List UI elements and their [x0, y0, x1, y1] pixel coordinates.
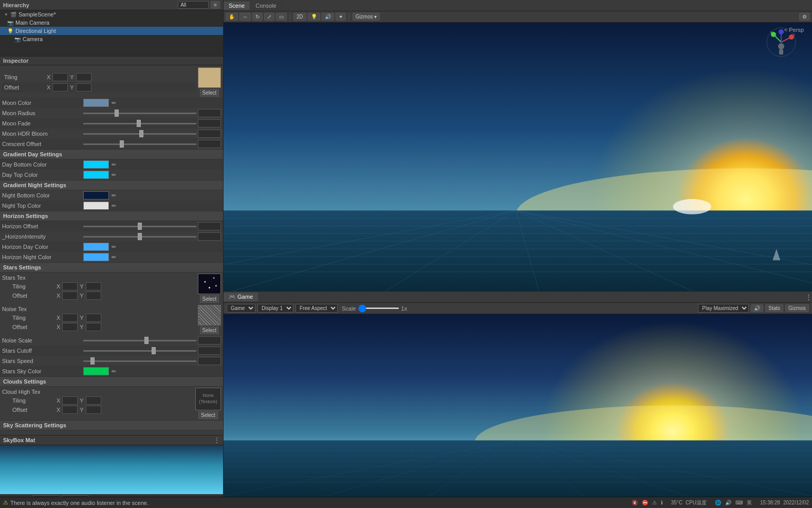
- cloud-offset-xy: X 0 Y 0: [57, 406, 101, 414]
- hierarchy-menu-btn[interactable]: ≡: [211, 1, 220, 9]
- stars-cutoff-input[interactable]: 0.627: [198, 347, 221, 355]
- offset-x-input[interactable]: 0: [52, 83, 68, 92]
- day-bottom-edit[interactable]: ✏: [110, 161, 117, 168]
- scene-gizmo[interactable]: X Y: [766, 27, 797, 58]
- night-bottom-swatch[interactable]: [83, 191, 109, 199]
- night-top-edit[interactable]: ✏: [110, 203, 117, 209]
- stars-speed-slider[interactable]: [83, 360, 196, 362]
- noise-select-btn[interactable]: Select: [200, 326, 219, 334]
- cloud-select-btn[interactable]: Select: [198, 411, 218, 419]
- horizon-night-swatch[interactable]: [83, 253, 109, 261]
- horizon-intensity-input[interactable]: 5: [198, 232, 221, 241]
- light-icon: 💡: [7, 28, 13, 34]
- cpu-label: CPU温度: [686, 499, 707, 506]
- noise-tiling-y[interactable]: 1: [86, 314, 101, 322]
- skybox-mat-menu[interactable]: ⋮: [214, 437, 220, 444]
- select-btn[interactable]: Select: [200, 89, 219, 97]
- moon-color-edit[interactable]: ✏: [110, 100, 117, 106]
- day-top-edit[interactable]: ✏: [110, 172, 117, 178]
- stats-btn[interactable]: Stats: [765, 304, 783, 312]
- skybox-mat-panel: SkyBox Mat ⋮ AssetBundle None None ⌄: [0, 435, 223, 497]
- tiling-y-input[interactable]: 1: [76, 73, 91, 81]
- tiling-x-input[interactable]: 1: [52, 73, 68, 81]
- hierarchy-item-samplescene[interactable]: ▼ 🎬 SampleScene*: [0, 10, 223, 19]
- game-toolbar: Game Display 1 Free Aspect Scale 1x Play…: [224, 303, 812, 314]
- stars-sky-edit[interactable]: ✏: [110, 368, 117, 375]
- hierarchy-item-camera[interactable]: 📷 Camera: [0, 35, 223, 43]
- cloud-offset-x[interactable]: 0: [62, 406, 78, 414]
- tab-console[interactable]: Console: [250, 2, 282, 10]
- crescent-input[interactable]: -0.33: [198, 140, 221, 148]
- horizon-offset-input[interactable]: 0: [198, 222, 221, 230]
- moon-hdr-input[interactable]: 2.56: [198, 130, 221, 138]
- moon-radius-slider[interactable]: [83, 113, 196, 114]
- stars-cutoff-slider-container: 0.627: [83, 347, 221, 355]
- offset-y-input[interactable]: 0: [76, 83, 91, 92]
- scene-settings-btn[interactable]: ⚙: [799, 13, 810, 21]
- top-tex-preview: [198, 67, 221, 88]
- stars-tiling-y[interactable]: 1: [86, 282, 101, 291]
- moon-fade-slider[interactable]: [83, 123, 196, 124]
- tab-game[interactable]: 🎮 Game: [224, 293, 258, 301]
- play-select[interactable]: Play Maximized: [698, 304, 749, 313]
- moon-radius-slider-container: 0.29: [83, 109, 221, 117]
- tiling-xy: X 1 Y 1: [47, 73, 91, 81]
- scene-move-btn[interactable]: ↔: [239, 13, 251, 21]
- stars-offset-y[interactable]: 0: [86, 292, 101, 300]
- moon-hdr-slider[interactable]: [83, 133, 196, 135]
- tab-scene[interactable]: Scene: [224, 2, 250, 10]
- moon-fade-input[interactable]: 0.49: [198, 119, 221, 128]
- scene-audio-btn[interactable]: 🔊: [322, 13, 334, 21]
- horizon-day-swatch[interactable]: [83, 243, 109, 251]
- stars-speed-label: Stars Speed: [2, 358, 82, 364]
- game-select[interactable]: Game: [227, 304, 255, 313]
- gizmos-game-btn[interactable]: Gizmos: [785, 304, 809, 312]
- cloud-tiling-y[interactable]: 1: [86, 396, 101, 405]
- scene-light-btn[interactable]: 💡: [308, 13, 320, 21]
- cloud-offset-y[interactable]: 0: [86, 406, 101, 414]
- stars-tiling-x[interactable]: 1: [62, 282, 78, 291]
- moon-color-swatch[interactable]: [83, 99, 109, 107]
- stars-sky-swatch[interactable]: [83, 367, 109, 375]
- horizon-offset-slider[interactable]: [83, 226, 196, 227]
- noise-scale-slider[interactable]: [83, 340, 196, 341]
- scene-viewport: < Persp X Y: [224, 23, 812, 291]
- scene-fx-btn[interactable]: ✦: [336, 13, 346, 21]
- scene-rotate-btn[interactable]: ↻: [252, 13, 263, 21]
- noise-offset-y[interactable]: 0: [86, 323, 101, 331]
- noise-tiling-x[interactable]: 1: [62, 314, 78, 322]
- horizon-day-edit[interactable]: ✏: [110, 244, 117, 250]
- horizon-offset-slider-container: 0: [83, 222, 221, 230]
- day-top-swatch[interactable]: [83, 171, 109, 179]
- crescent-slider[interactable]: [83, 143, 196, 145]
- display-select[interactable]: Display 1: [257, 304, 293, 313]
- cloud-tiling-xy: X 1 Y 1: [57, 396, 101, 405]
- scene-2d-btn[interactable]: 2D: [293, 13, 306, 21]
- noise-tex-row: Noise Tex Tiling X 1 Y 1 Offset: [0, 304, 223, 335]
- scale-slider[interactable]: [358, 307, 399, 309]
- noise-scale-input[interactable]: 0.559: [198, 336, 221, 344]
- stars-offset-x[interactable]: 0: [62, 292, 78, 300]
- night-top-swatch[interactable]: [83, 202, 109, 210]
- game-menu-btn[interactable]: ⋮: [805, 293, 812, 301]
- horizon-header: Horizon Settings: [0, 211, 223, 221]
- hierarchy-item-directional-light[interactable]: 💡 Directional Light: [0, 27, 223, 35]
- scene-scale-btn[interactable]: ⤢: [264, 13, 274, 21]
- scene-hand-btn[interactable]: ✋: [226, 13, 238, 21]
- stars-select-btn[interactable]: Select: [200, 295, 219, 303]
- horizon-intensity-slider[interactable]: [83, 236, 196, 238]
- moon-radius-input[interactable]: 0.29: [198, 109, 221, 117]
- scene-rect-btn[interactable]: ▭: [276, 13, 287, 21]
- stars-speed-input[interactable]: 0.067: [198, 357, 221, 365]
- noise-offset-x[interactable]: 0: [62, 323, 78, 331]
- day-bottom-swatch[interactable]: [83, 160, 109, 169]
- stars-cutoff-slider[interactable]: [83, 350, 196, 352]
- horizon-night-edit[interactable]: ✏: [110, 254, 117, 261]
- night-bottom-edit[interactable]: ✏: [110, 192, 117, 199]
- hierarchy-item-main-camera[interactable]: 📷 Main Camera: [0, 19, 223, 27]
- aspect-select[interactable]: Free Aspect: [296, 304, 338, 313]
- cloud-tiling-x[interactable]: 1: [62, 396, 78, 405]
- scene-gizmos-btn[interactable]: Gizmos ▾: [353, 13, 380, 21]
- audio-btn[interactable]: 🔊: [751, 304, 763, 312]
- hierarchy-search[interactable]: [178, 1, 209, 9]
